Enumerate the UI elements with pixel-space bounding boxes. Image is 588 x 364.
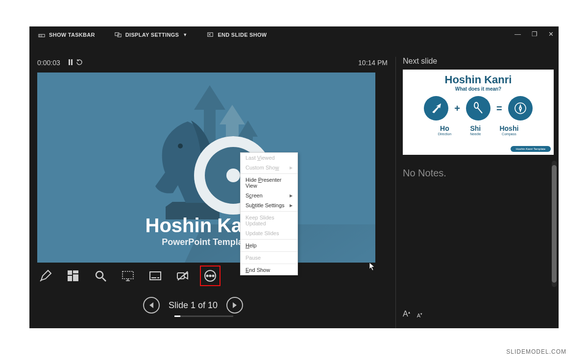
top-toolbar: SHOW TASKBAR DISPLAY SETTINGS ▼ END SLID…	[29, 26, 559, 43]
presenter-view-window: — ❐ ✕ SHOW TASKBAR DISPLAY SETTINGS ▼	[29, 26, 559, 328]
black-screen-button[interactable]	[120, 267, 136, 284]
next-slide-heading: Next slide	[403, 57, 553, 66]
menu-item-custom-show: Custom Show▶	[241, 163, 297, 172]
submenu-arrow-icon: ▶	[290, 194, 293, 198]
next-slide-iconrow: + =	[403, 96, 554, 121]
svg-rect-20	[150, 272, 161, 280]
end-slide-show-label: END SLIDE SHOW	[218, 32, 267, 38]
svg-rect-12	[73, 270, 78, 273]
svg-rect-17	[122, 271, 133, 279]
show-taskbar-button[interactable]: SHOW TASKBAR	[38, 31, 95, 38]
prev-slide-button[interactable]	[143, 297, 160, 314]
see-all-slides-button[interactable]	[65, 267, 81, 284]
mouse-cursor-icon	[369, 262, 376, 272]
elapsed-timer: 0:00:03	[37, 59, 60, 67]
svg-point-27	[209, 275, 211, 276]
slide-counter-label: Slide 1 of 10	[169, 300, 218, 311]
menu-separator	[241, 239, 297, 240]
right-column: Next slide Hoshin Kanri What does it mea…	[396, 57, 559, 328]
notes-empty-label: No Notes.	[403, 168, 553, 179]
svg-point-28	[212, 275, 214, 276]
notes-font-controls: A▴ A▾	[403, 310, 422, 318]
restore-button[interactable]: ❐	[532, 30, 538, 38]
equals-symbol: =	[496, 103, 502, 114]
menu-item-subtitle-settings[interactable]: Subtitle Settings▶	[241, 200, 297, 210]
menu-separator	[241, 251, 297, 252]
needle-icon	[466, 96, 490, 121]
menu-item-end-show[interactable]: End Show	[241, 265, 297, 275]
minimize-button[interactable]: —	[514, 30, 521, 38]
subtitles-button[interactable]	[147, 267, 164, 284]
dropdown-caret-icon: ▼	[183, 32, 187, 37]
svg-rect-11	[68, 270, 72, 275]
menu-separator	[241, 173, 297, 174]
display-settings-button[interactable]: DISPLAY SETTINGS ▼	[115, 31, 188, 38]
pen-tool-button[interactable]	[37, 267, 54, 284]
camera-off-button[interactable]	[174, 267, 191, 284]
next-slide-button[interactable]	[226, 297, 243, 314]
display-settings-icon	[115, 31, 122, 38]
svg-rect-14	[68, 276, 72, 281]
svg-rect-13	[73, 274, 78, 281]
menu-item-screen[interactable]: Screen▶	[241, 191, 297, 200]
end-show-icon	[207, 31, 214, 38]
template-badge: Hoshin Kanri Template	[511, 146, 551, 152]
context-menu: Last ViewedCustom Show▶Hide Presenter Vi…	[240, 152, 298, 275]
submenu-arrow-icon: ▶	[290, 166, 293, 170]
svg-rect-9	[71, 59, 73, 65]
svg-point-10	[178, 144, 183, 148]
menu-separator	[241, 264, 297, 264]
svg-point-15	[96, 271, 103, 278]
menu-item-hide-presenter-view[interactable]: Hide Presenter View	[241, 175, 297, 191]
next-slide-title: Hoshin Kanri	[403, 73, 554, 86]
svg-point-32	[519, 107, 521, 109]
timer-row: 0:00:03 10:14 PM	[37, 57, 388, 69]
svg-rect-5	[208, 33, 213, 37]
zoom-button[interactable]	[92, 267, 109, 284]
reset-timer-button[interactable]	[76, 59, 83, 67]
pause-timer-button[interactable]	[68, 59, 73, 67]
show-taskbar-label: SHOW TASKBAR	[49, 32, 95, 38]
svg-line-16	[102, 278, 106, 281]
end-slide-show-button[interactable]: END SLIDE SHOW	[207, 31, 267, 38]
left-column: 0:00:03 10:14 PM	[29, 57, 395, 328]
next-slide-preview[interactable]: Hoshin Kanri What does it mean? + =	[403, 70, 554, 155]
menu-item-update-slides: Update Slides	[241, 228, 297, 238]
slide-progress-bar	[174, 315, 233, 317]
clock: 10:14 PM	[358, 59, 388, 67]
menu-item-pause: Pause	[241, 253, 297, 263]
arrow-up-icon	[424, 96, 448, 121]
increase-font-button[interactable]: A▴	[403, 310, 410, 318]
close-button[interactable]: ✕	[548, 30, 554, 38]
slide-navigator: Slide 1 of 10	[143, 297, 243, 314]
menu-item-help[interactable]: Help	[241, 241, 297, 250]
notes-scrollbar[interactable]	[552, 161, 557, 287]
window-controls: — ❐ ✕	[514, 30, 554, 38]
current-slide-preview[interactable]: Hoshin Kanri PowerPoint Template	[37, 73, 375, 263]
slide-title: Hoshin Kanri	[37, 215, 375, 237]
menu-item-last-viewed: Last Viewed	[241, 153, 297, 163]
taskbar-icon	[38, 31, 45, 38]
scrollbar-thumb[interactable]	[552, 165, 557, 283]
next-slide-labels: HoDirection ShiNeedle HoshiCompass	[403, 124, 554, 136]
plus-symbol: +	[454, 103, 460, 114]
presenter-toolbar	[37, 267, 219, 284]
slide-subtitle: PowerPoint Template	[37, 237, 375, 247]
next-slide-subtitle: What does it mean?	[403, 86, 554, 92]
display-settings-label: DISPLAY SETTINGS	[125, 32, 179, 38]
decrease-font-button[interactable]: A▾	[417, 312, 422, 318]
watermark: SLIDEMODEL.COM	[506, 348, 566, 355]
svg-rect-8	[69, 59, 70, 65]
submenu-arrow-icon: ▶	[290, 203, 293, 208]
menu-item-keep-slides-updated: Keep Slides Updated	[241, 213, 297, 228]
more-options-button[interactable]	[202, 267, 219, 284]
menu-separator	[241, 211, 297, 212]
svg-point-26	[206, 275, 208, 276]
svg-line-30	[477, 107, 482, 113]
compass-icon	[508, 96, 533, 121]
